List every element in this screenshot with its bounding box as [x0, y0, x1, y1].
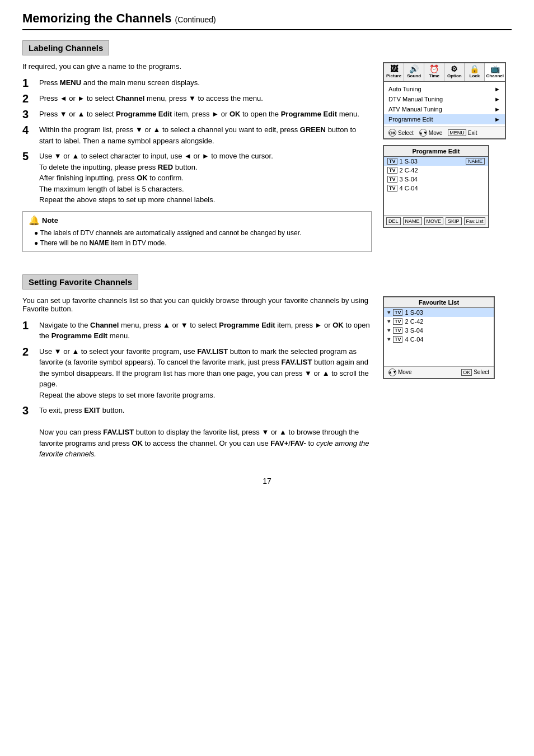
tab-option: ⚙ Option: [444, 63, 465, 81]
favorite-section-header: Setting Favorite Channels: [22, 274, 138, 290]
favourite-list-box: Favourite List ♥ TV 1 S-03 ♥ TV 2 C-42 ♥…: [383, 296, 495, 379]
fav-item-2: ♥ TV 2 C-42: [384, 317, 494, 326]
step-2-text: Press ◄ or ► to select Channel menu, pre…: [39, 93, 263, 104]
step-3-num: 3: [22, 109, 34, 120]
page-title: Memorizing the Channels (Continued): [22, 11, 512, 30]
favorite-right-col: Favourite List ♥ TV 1 S-03 ♥ TV 2 C-42 ♥…: [383, 296, 512, 465]
tv-menu-footer: OK Select ▲▼ Move MENU Exit: [384, 127, 505, 138]
fav-step-3-num: 3: [22, 405, 34, 416]
step-3-text: Press ▼ or ▲ to select Programme Edit it…: [39, 109, 359, 120]
step-5-text: Use ▼ or ▲ to select character to input,…: [39, 151, 273, 206]
fav-step-2-num: 2: [22, 346, 34, 357]
tab-channel: 📺 Channel: [485, 63, 505, 81]
prog-edit-item-3: TV 3 S-04: [384, 175, 488, 184]
prog-edit-box: Programme Edit TV 1 S-03 NAME TV 2 C-42 …: [383, 145, 489, 228]
favorite-left-col: You can set up favorite channels list so…: [22, 296, 372, 465]
step-2-num: 2: [22, 93, 34, 104]
note-box: 🔔 Note The labels of DTV channels are au…: [22, 211, 372, 252]
step-4-text: Within the program list, press ▼ or ▲ to…: [39, 124, 372, 146]
fav-footer-select: OK Select: [461, 368, 489, 376]
prog-edit-item-2: TV 2 C-42: [384, 166, 488, 175]
menu-item-atv: ATV Manual Tuning ►: [384, 104, 505, 114]
fav-list-footer: ▲▼ Move OK Select: [384, 366, 494, 378]
fav-list-title: Favourite List: [384, 297, 494, 308]
step-1-text: Press MENU and the main menu screen disp…: [39, 77, 200, 88]
note-icon: 🔔: [29, 215, 40, 226]
labeling-right-col: 🖼 Picture 🔊 Sound ⏰ Time ⚙ Option: [383, 62, 512, 263]
footer-exit: MENU Exit: [448, 129, 477, 136]
fav-step-1: 1 Navigate to the Channel menu, press ▲ …: [22, 320, 372, 342]
title-text: Memorizing the Channels: [22, 11, 171, 25]
fav-step-2: 2 Use ▼ or ▲ to select your favorite pro…: [22, 346, 372, 401]
step-1: 1 Press MENU and the main menu screen di…: [22, 77, 372, 88]
menu-item-programme-edit: Programme Edit ►: [384, 114, 505, 124]
tab-time: ⏰ Time: [424, 63, 444, 81]
footer-move: ▲▼ Move: [419, 129, 442, 137]
fav-footer-move: ▲▼ Move: [388, 368, 411, 376]
note-title: 🔔 Note: [29, 215, 366, 226]
continued-text: (Continued): [175, 15, 216, 24]
step-2: 2 Press ◄ or ► to select Channel menu, p…: [22, 93, 372, 104]
fav-item-1: ♥ TV 1 S-03: [384, 308, 494, 317]
step-5: 5 Use ▼ or ▲ to select character to inpu…: [22, 151, 372, 206]
labeling-intro: If required, you can give a name to the …: [22, 62, 372, 71]
fav-step-2-text: Use ▼ or ▲ to select your favorite progr…: [39, 346, 372, 401]
fav-step-3: 3 To exit, press EXIT button.Now you can…: [22, 405, 372, 460]
note-item-1: The labels of DTV channels are automatic…: [29, 228, 366, 238]
step-5-num: 5: [22, 151, 34, 162]
fav-item-4: ♥ TV 4 C-04: [384, 335, 494, 344]
tab-lock: 🔒 Lock: [465, 63, 485, 81]
favorite-intro: You can set up favorite channels list so…: [22, 296, 372, 313]
note-item-2: There will be no NAME item in DTV mode.: [29, 238, 366, 248]
page-number: 17: [22, 477, 512, 486]
tv-menu-items: Auto Tuning ► DTV Manual Tuning ► ATV Ma…: [384, 82, 505, 127]
favorite-channels-section: Setting Favorite Channels You can set up…: [22, 274, 512, 465]
menu-item-dtv: DTV Manual Tuning ►: [384, 94, 505, 104]
labeling-left-col: If required, you can give a name to the …: [22, 62, 372, 263]
tab-picture: 🖼 Picture: [384, 63, 404, 81]
favorite-steps: 1 Navigate to the Channel menu, press ▲ …: [22, 320, 372, 460]
step-4-num: 4: [22, 124, 34, 136]
menu-item-auto-tuning: Auto Tuning ►: [384, 84, 505, 94]
labeling-steps: 1 Press MENU and the main menu screen di…: [22, 77, 372, 206]
step-1-num: 1: [22, 77, 34, 88]
labeling-channels-section: Labeling Channels If required, you can g…: [22, 40, 512, 263]
tab-sound: 🔊 Sound: [404, 63, 424, 81]
fav-step-3-text: To exit, press EXIT button.Now you can p…: [39, 405, 372, 460]
fav-item-3: ♥ TV 3 S-04: [384, 326, 494, 335]
prog-edit-item-1: TV 1 S-03 NAME: [384, 157, 488, 166]
tv-channel-menu: 🖼 Picture 🔊 Sound ⏰ Time ⚙ Option: [383, 62, 506, 139]
labeling-section-header: Labeling Channels: [22, 40, 109, 55]
prog-edit-item-4: TV 4 C-04: [384, 184, 488, 193]
fav-step-1-num: 1: [22, 320, 34, 331]
prog-edit-title: Programme Edit: [384, 146, 488, 157]
tv-menu-tabs: 🖼 Picture 🔊 Sound ⏰ Time ⚙ Option: [384, 63, 505, 82]
footer-select: OK Select: [388, 129, 414, 137]
fav-step-1-text: Navigate to the Channel menu, press ▲ or…: [39, 320, 372, 342]
step-3: 3 Press ▼ or ▲ to select Programme Edit …: [22, 109, 372, 120]
prog-edit-footer: DEL NAME MOVE SKIP Fav.List: [384, 215, 488, 227]
step-4: 4 Within the program list, press ▼ or ▲ …: [22, 124, 372, 146]
